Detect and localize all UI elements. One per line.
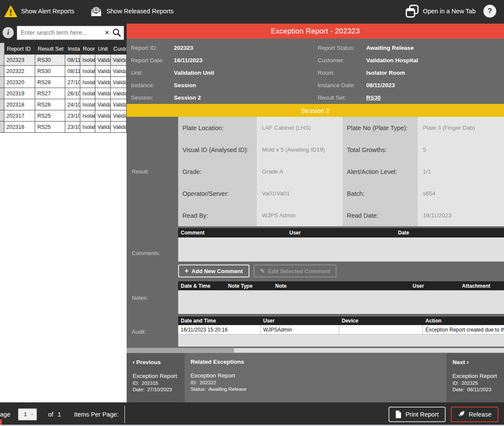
report-row[interactable]: 202320 RS28 27/10 Isolat Valida Valida bbox=[0, 77, 127, 88]
cell-room: Isolat bbox=[80, 110, 95, 122]
top-toolbar: Show Alert Reports Show Released Reports… bbox=[0, 0, 504, 22]
related-report-status: Status: Awaiting Release bbox=[191, 386, 440, 392]
audit-row[interactable]: 16/11/2023 15:20:16 WJPSAdmin Exception … bbox=[178, 325, 504, 335]
footer-bar: age 1 ⌄ of 1 Items Per Page: Print Repor… bbox=[0, 402, 504, 426]
add-new-comment-button[interactable]: + Add New Comment bbox=[178, 265, 249, 277]
field-label: Result Set: bbox=[318, 94, 366, 101]
report-row[interactable]: 202322 RS30 08/11 Isolat Valida Valida bbox=[0, 66, 127, 77]
total-growths-value: 5 bbox=[418, 139, 504, 161]
related-report-id: ID: 202322 bbox=[191, 380, 440, 385]
related-report-name[interactable]: Exception Report bbox=[191, 372, 440, 379]
plate-no-value: Plate 3 (Finger Dab) bbox=[418, 117, 504, 139]
cell-instance: 24/10 bbox=[65, 99, 80, 110]
result-field-label: Total Growths: bbox=[343, 139, 418, 161]
edit-selected-comment-label: Edit Selected Comment bbox=[268, 268, 330, 274]
col-customer[interactable]: Custo bbox=[111, 46, 127, 52]
field-label: Unit: bbox=[131, 70, 174, 76]
audit-body: Date and Time User Device Action 16/11/2… bbox=[178, 316, 504, 347]
previous-report-panel[interactable]: ‹ Previous Exception Report ID: 202315 D… bbox=[127, 353, 185, 402]
add-new-comment-label: Add New Comment bbox=[191, 268, 243, 274]
result-set-link[interactable]: RS30 bbox=[366, 94, 381, 101]
result-field-label: Read Date: bbox=[343, 204, 418, 226]
visual-id-value: Mold x 5 (Awaiting ID19) bbox=[257, 139, 343, 161]
related-exceptions-panel: Related Exceptions Exception Report ID: … bbox=[185, 353, 446, 402]
cell-room: Isolat bbox=[80, 77, 95, 88]
notes-empty-list[interactable] bbox=[178, 290, 504, 314]
cell-customer: Valida bbox=[111, 99, 127, 110]
read-by-value: WJPS Admin bbox=[257, 204, 343, 226]
col-note: Note bbox=[273, 283, 410, 289]
show-alert-reports-button[interactable]: Show Alert Reports bbox=[21, 8, 74, 15]
print-icon bbox=[395, 411, 401, 418]
page-label: age bbox=[0, 411, 10, 418]
col-report-id[interactable]: Report ID bbox=[4, 46, 35, 52]
cell-result-set: RS30 bbox=[35, 66, 65, 77]
previous-report-name: Exception Report bbox=[133, 373, 179, 379]
report-row[interactable]: 202319 RS27 26/10 Isolat Valida Valida bbox=[0, 88, 127, 99]
next-report-panel[interactable]: Next › Exception Report ID: 202325 Date:… bbox=[446, 353, 504, 402]
cell-room: Isolat bbox=[80, 99, 95, 110]
audit-device bbox=[339, 325, 423, 334]
cell-instance: 08/11 bbox=[65, 55, 80, 66]
report-row[interactable]: 202323 RS30 08/11 Isolat Valida Valida bbox=[0, 55, 127, 66]
row-selector[interactable] bbox=[0, 122, 4, 133]
row-selector[interactable] bbox=[0, 88, 4, 99]
clear-search-icon[interactable]: ✕ bbox=[104, 29, 109, 36]
previous-report-date: Date: 27/10/2023 bbox=[133, 387, 179, 392]
edit-selected-comment-button[interactable]: ✎ Edit Selected Comment bbox=[254, 265, 337, 277]
row-selector[interactable] bbox=[0, 55, 4, 66]
chevron-left-icon: ‹ bbox=[133, 359, 135, 365]
search-input[interactable] bbox=[21, 29, 104, 36]
col-note-type: Note Type bbox=[225, 283, 273, 289]
audit-section: Audit: Date and Time User Device Action … bbox=[127, 316, 504, 347]
col-room[interactable]: Roor bbox=[80, 46, 95, 52]
row-selector[interactable] bbox=[0, 66, 4, 77]
next-report-name: Exception Report bbox=[452, 373, 498, 379]
cell-customer: Valida bbox=[111, 55, 127, 66]
page-select[interactable]: 1 ⌄ bbox=[18, 408, 37, 420]
cell-unit: Valida bbox=[95, 99, 111, 110]
audit-empty-area bbox=[178, 335, 504, 347]
horizontal-scrollbar[interactable] bbox=[127, 348, 504, 353]
row-selector[interactable] bbox=[0, 77, 4, 88]
result-section: Result: Plate Location: LAF Cabinet (LHS… bbox=[127, 117, 504, 226]
notes-section: Notes: Date & Time Note Type Note User A… bbox=[127, 281, 504, 314]
print-report-button[interactable]: Print Report bbox=[389, 407, 445, 422]
notes-body: Date & Time Note Type Note User Attachme… bbox=[178, 281, 504, 314]
help-icon[interactable]: ? bbox=[483, 5, 496, 18]
chevron-right-icon: › bbox=[467, 359, 469, 365]
field-label: Customer: bbox=[318, 57, 366, 64]
row-selector[interactable] bbox=[0, 110, 4, 122]
scrollbar-thumb[interactable] bbox=[234, 348, 504, 353]
room-value: Isolator Room bbox=[366, 70, 405, 76]
result-field-label: Grade: bbox=[178, 161, 257, 183]
show-released-reports-button[interactable]: Show Released Reports bbox=[106, 8, 173, 15]
comments-table-header: Comment User Date bbox=[178, 228, 504, 237]
col-user: User bbox=[287, 230, 395, 236]
result-field-label: Batch: bbox=[343, 183, 418, 204]
related-exceptions-nav: ‹ Previous Exception Report ID: 202315 D… bbox=[127, 353, 504, 402]
release-button[interactable]: Release bbox=[451, 407, 498, 422]
field-label: Session: bbox=[131, 94, 174, 101]
report-row[interactable]: 202316 RS25 23/10 Isolat Valida Valida bbox=[0, 122, 127, 133]
cell-report-id: 202323 bbox=[4, 55, 35, 66]
report-grid-header: Report ID Result Set I Insta Roor Unit C… bbox=[0, 43, 127, 55]
col-unit[interactable]: Unit bbox=[95, 46, 111, 52]
report-row[interactable]: 202318 RS26 24/10 Isolat Valida Valida bbox=[0, 99, 127, 110]
audit-table-header: Date and Time User Device Action bbox=[178, 316, 504, 325]
previous-label: Previous bbox=[136, 359, 161, 365]
info-icon[interactable]: i bbox=[3, 27, 14, 38]
col-instance[interactable]: Insta bbox=[65, 46, 80, 52]
audit-user: WJPSAdmin bbox=[261, 325, 339, 334]
search-row: i ✕ bbox=[0, 22, 127, 43]
comments-empty-list[interactable] bbox=[178, 237, 504, 262]
report-row[interactable]: 202317 RS25 23/10 Isolat Valida Valida bbox=[0, 110, 127, 122]
col-result-set[interactable]: Result Set I bbox=[35, 46, 65, 52]
cell-report-id: 202317 bbox=[4, 110, 35, 122]
row-selector[interactable] bbox=[0, 99, 4, 110]
footer-divider bbox=[124, 406, 125, 423]
next-label: Next bbox=[452, 359, 465, 365]
cell-unit: Valida bbox=[95, 55, 111, 66]
search-icon[interactable] bbox=[112, 28, 121, 37]
open-new-tab-button[interactable]: Open in a New Tab bbox=[423, 8, 476, 15]
